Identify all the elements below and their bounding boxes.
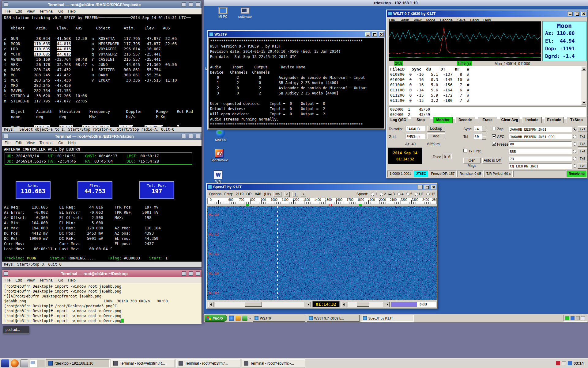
add-button[interactable]: Add [427,133,445,139]
maximize-button[interactable] [424,185,429,189]
tx-message-input[interactable]: JA6AHB EB3FRN JN01 [509,127,572,132]
minimize-button[interactable] [418,185,423,189]
menu-item[interactable]: Terminal [40,9,53,13]
tray-notification-icon[interactable] [556,361,560,365]
specjt-titlebar[interactable]: SpecJT by K1JT [207,184,437,190]
minimize-button[interactable] [568,12,573,16]
level-gauge[interactable]: 0 dB [391,302,436,307]
workspace-pager[interactable] [30,360,44,367]
options-menu[interactable]: Options [209,192,221,196]
radio-icon[interactable] [380,193,383,196]
task-terminal-1[interactable]: Terminal - root@eb3frn:/R... [111,359,175,367]
task-terminal-2[interactable]: Terminal - root@eb3frn:/... [176,359,240,367]
menu-item[interactable]: Go [58,9,63,13]
tx-message-input[interactable]: 73 [509,156,572,161]
close-button[interactable] [379,32,384,36]
console-titlebar[interactable]: WSJT9 [208,31,385,37]
maximize-button[interactable] [189,2,193,7]
menu-item[interactable]: Help [68,9,76,13]
shell-prompt-line[interactable]: [root@eb3frn Desktop]# import -window ro… [4,318,200,323]
maximize-button[interactable] [372,32,377,36]
decode-row[interactable]: 011000 0 -16 5.0 -156 7 # [390,82,581,87]
decode-row[interactable]: 010900 0 -16 0.3 -145 10 # [390,77,581,82]
monitor-button[interactable]: Monitor [433,117,453,123]
tx-send-button[interactable]: Tx3 [578,141,587,147]
firefox-icon[interactable] [11,359,19,367]
desktop-icon-putty[interactable]: putty.exe [235,7,255,18]
sync-value[interactable]: -4 [473,126,482,131]
menu-item[interactable]: Terminal [40,278,53,282]
tx-select-radio[interactable] [573,128,576,131]
menu-item[interactable]: Terminal [40,141,53,145]
erase-button[interactable]: Erase [478,117,497,123]
minimize-button[interactable] [182,271,186,276]
speed-option[interactable]: H1 [415,192,424,196]
tray-icon-green[interactable] [565,316,569,320]
tray-network-icon[interactable] [568,361,572,365]
bw-button[interactable]: BW [273,192,281,197]
horizontal-scrollbar[interactable] [215,302,304,307]
zap-checkbox[interactable] [492,127,496,130]
quicklaunch-icon[interactable] [242,316,247,321]
tx-select-radio[interactable] [573,164,576,168]
menu-item[interactable]: View [27,9,35,13]
tx-send-button[interactable]: Tx5 [578,156,587,161]
tx-first-checkbox[interactable] [463,149,467,152]
taskbar-task-wsjt9[interactable]: WSJT9 [253,315,305,322]
menu-item[interactable]: View [27,141,35,145]
desktop-icon-wr[interactable]: W WR [208,171,228,183]
tray-icon[interactable] [562,361,566,365]
menu-item[interactable]: Edit [15,278,22,282]
grid-input[interactable]: PM53cp [405,134,425,139]
tol-spinner[interactable] [482,134,486,139]
task-rdesktop[interactable]: rdesktop - 192.168.1.10 [46,359,110,367]
tx-message-input[interactable]: RRR [509,149,572,154]
nav-right-button[interactable]: > [301,192,306,197]
lookup-button[interactable]: Lookup [427,126,445,132]
start-button[interactable]: Inicio [205,315,227,322]
txstop-button[interactable]: TxStop [567,117,586,123]
terminal-titlebar[interactable]: Terminal — root@eb3frn:/EB3FRN/station [2,132,202,140]
tx-message-input[interactable]: JA6AHB EB3FRN JN01 OOO [509,134,572,139]
scroll-left-icon[interactable] [208,302,213,307]
tx-send-button[interactable]: Tx2 [578,134,587,139]
desktop-icon-map65[interactable]: MAP65 [210,128,231,142]
clear-avg-button[interactable]: Clear Avg [500,117,519,123]
afc-checkbox[interactable] [492,134,496,138]
menu-item[interactable]: View [27,278,35,282]
scroll-right-icon[interactable] [385,302,390,307]
menu-item[interactable]: Edit [15,141,22,145]
close-button[interactable] [196,2,200,7]
exclude-button[interactable]: Exclude [545,117,564,123]
minimize-button[interactable] [365,32,370,36]
log-qso-button[interactable]: Log QSO [389,117,408,123]
decode-row[interactable]: 011100 0 -14 5.6 -164 6 # [390,87,581,93]
menu-item[interactable]: File [5,278,10,282]
tx-select-radio[interactable] [573,142,576,146]
waterfall-display[interactable]: 01:1301:1201:1101:1001:09 [207,206,437,300]
tx-send-button[interactable]: Tx6 [578,163,587,169]
task-terminal-3[interactable]: Terminal - root@eb3frn:~... [242,359,305,367]
menu-item[interactable]: Help [68,141,76,145]
scroll-right-icon[interactable] [306,302,311,307]
quicklaunch-more-icon[interactable]: » [249,316,251,320]
scrollbar-thumb[interactable] [357,302,369,307]
gen-msgs-button[interactable]: Gen Msgs [463,158,481,163]
tx-message-input[interactable]: CQ EB3FRN JN01 [509,163,572,169]
speed-option[interactable]: 2 [380,192,386,196]
close-button[interactable] [431,185,436,189]
speed-option[interactable]: H2 [426,192,435,196]
terminal-titlebar[interactable]: Terminal — root@eb3frn:/RADIO/SPICE/cspi… [2,1,202,8]
radio-icon[interactable] [415,193,418,196]
taskbar-task-specjt[interactable]: SpecJT by K1JT [361,315,414,322]
scroll-left-icon[interactable] [341,302,346,307]
speed-option[interactable]: 1 [371,192,377,196]
radio-icon[interactable] [397,193,401,196]
taskbar-task-wsjt-main[interactable]: WSJT 9.7 r3639 b... [307,315,360,322]
terminal-titlebar[interactable]: Terminal — root@eb3frn:~/Desktop [2,270,202,277]
nav-center-button[interactable]: | [292,192,298,197]
freeze-checkbox[interactable] [492,142,496,146]
menu-item[interactable]: File [5,141,10,145]
speed-option[interactable]: 5 [406,192,413,196]
dsec-value[interactable]: 0.0 [443,154,452,159]
